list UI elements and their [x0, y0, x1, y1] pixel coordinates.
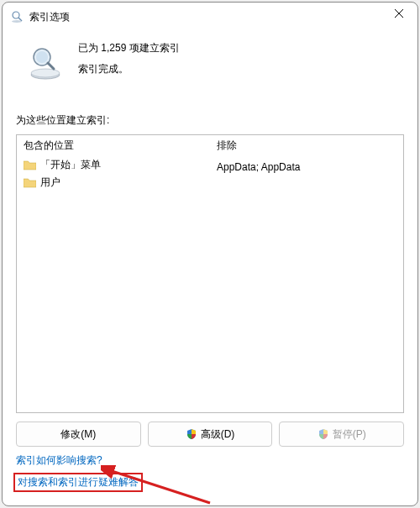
advanced-label: 高级(D): [201, 427, 235, 442]
location-name: 用户: [40, 175, 60, 190]
folder-icon: [24, 160, 36, 170]
modify-button[interactable]: 修改(M): [16, 422, 141, 447]
titlebar-left: 索引选项: [11, 10, 70, 24]
button-row: 修改(M) 高级(D): [16, 422, 404, 447]
status-section: 已为 1,259 项建立索引 索引完成。: [16, 36, 404, 100]
list-item[interactable]: 用户: [17, 174, 210, 191]
advanced-button[interactable]: 高级(D): [148, 422, 273, 447]
svg-point-6: [31, 69, 60, 77]
pause-button: 暂停(P): [279, 422, 404, 447]
shield-icon: [186, 428, 197, 440]
troubleshoot-link[interactable]: 对搜索和索引进行疑难解答: [13, 473, 143, 492]
titlebar: 索引选项: [3, 3, 417, 31]
pause-label: 暂停(P): [333, 427, 366, 442]
modify-label: 修改(M): [60, 427, 96, 442]
list-item[interactable]: 「开始」菜单: [17, 156, 210, 174]
locations-list[interactable]: 包含的位置 「开始」菜单 用户: [16, 134, 404, 413]
close-icon: [395, 8, 403, 20]
svg-point-8: [36, 51, 48, 63]
svg-line-9: [48, 63, 54, 69]
svg-point-2: [12, 20, 22, 23]
close-button[interactable]: [381, 3, 417, 26]
indexing-options-window: 索引选项 已为 1,259 项建: [2, 2, 418, 506]
included-header[interactable]: 包含的位置: [17, 135, 210, 156]
indexed-count: 已为 1,259 项建立索引: [78, 41, 180, 55]
window-title: 索引选项: [29, 10, 70, 24]
location-name: 「开始」菜单: [40, 158, 101, 172]
links-section: 索引如何影响搜索? 对搜索和索引进行疑难解答: [16, 453, 404, 492]
indexing-icon: [11, 10, 24, 24]
included-column: 包含的位置 「开始」菜单 用户: [17, 135, 210, 412]
help-link[interactable]: 索引如何影响搜索?: [16, 453, 102, 468]
index-status: 索引完成。: [78, 62, 180, 76]
status-text: 已为 1,259 项建立索引 索引完成。: [78, 41, 180, 83]
locations-label: 为这些位置建立索引:: [16, 113, 404, 128]
content-area: 已为 1,259 项建立索引 索引完成。 为这些位置建立索引: 包含的位置 「开…: [3, 31, 417, 505]
excluded-value: AppData; AppData: [210, 160, 403, 175]
magnifier-icon: [28, 45, 63, 80]
svg-point-0: [13, 12, 19, 18]
shield-icon: [318, 428, 329, 440]
excluded-header[interactable]: 排除: [210, 135, 403, 156]
folder-icon: [24, 178, 36, 188]
excluded-column: 排除 AppData; AppData: [210, 135, 403, 412]
